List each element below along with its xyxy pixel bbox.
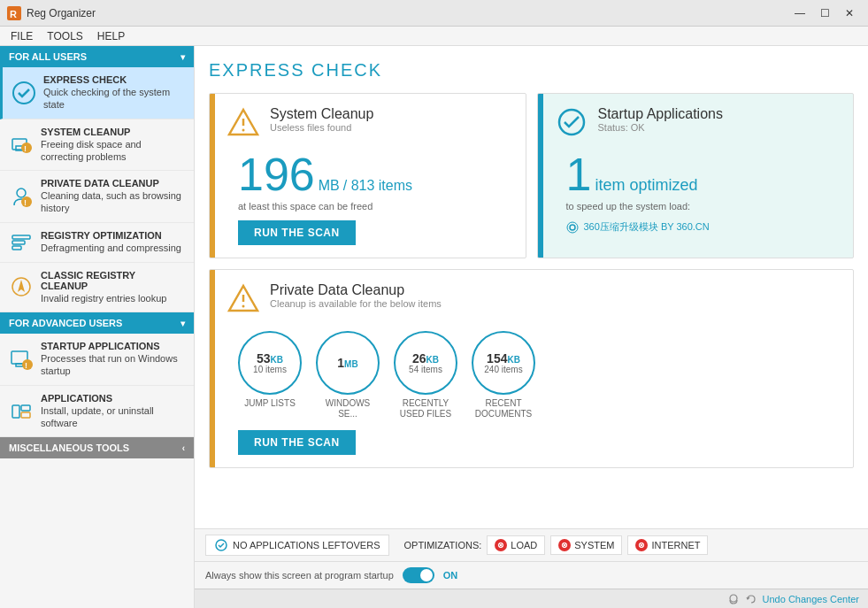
sidebar-section-for-advanced-users[interactable]: FOR ADVANCED USERS ▾ xyxy=(0,312,194,334)
sidebar-item-startup[interactable]: ! STARTUP APPLICATIONS Processes that ru… xyxy=(0,334,194,386)
sidebar-item-registry-opt-text: REGISTRY OPTIMIZATION Defragmenting and … xyxy=(41,230,181,254)
card1-title-block: System Cleanup Useless files found xyxy=(270,106,373,133)
card1-subtitle: Useless files found xyxy=(270,122,373,133)
startup-link-text: 360压缩升级模块 BY 360.CN xyxy=(584,220,710,234)
sidebar-item-express-check-text: EXPRESS CHECK Quick checking of the syst… xyxy=(43,74,185,112)
card1-title: System Cleanup xyxy=(270,106,373,122)
card1-stat-detail: / 813 items xyxy=(343,178,412,194)
card1-stat-number: 196 xyxy=(238,151,315,197)
card2-desc: to speed up the system load: xyxy=(566,201,841,212)
opt-load-label: LOAD xyxy=(511,540,537,550)
content-area: EXPRESS CHECK xyxy=(195,46,868,528)
system-opt-icon: ⊗ xyxy=(558,539,571,551)
misc-label: MISCELLANEOUS TOOLS xyxy=(9,443,129,453)
circle-4-items: 240 items xyxy=(484,365,522,374)
card2-header: Startup Applications Status: OK xyxy=(550,106,841,144)
card3-header: Private Data Cleanup Cleanup is availabl… xyxy=(222,282,841,320)
sidebar-item-registry-opt[interactable]: REGISTRY OPTIMIZATION Defragmenting and … xyxy=(0,223,194,263)
card3-scan-button[interactable]: RUN THE SCAN xyxy=(238,430,356,455)
svg-text:!: ! xyxy=(24,198,27,207)
card3-accent xyxy=(210,270,215,467)
card3-title: Private Data Cleanup xyxy=(270,282,442,298)
circle-1-items: 10 items xyxy=(253,365,287,374)
warning-triangle-icon xyxy=(227,106,259,144)
minimize-button[interactable]: — xyxy=(788,4,811,22)
startup-app-link[interactable]: 360压缩升级模块 BY 360.CN xyxy=(566,220,841,234)
applications-icon xyxy=(9,398,34,423)
registry-opt-icon xyxy=(9,230,34,255)
card1-scan-button[interactable]: RUN THE SCAN xyxy=(238,220,356,245)
menu-tools[interactable]: TOOLS xyxy=(40,27,89,45)
circles-row: 53KB 10 items JUMP LISTS 1MB WINDOWS SE.… xyxy=(238,331,825,419)
maximize-button[interactable]: ☐ xyxy=(813,4,836,22)
opt-load-button[interactable]: ⊗ LOAD xyxy=(487,535,545,555)
card2-stat-number: 1 xyxy=(566,151,592,197)
svg-point-24 xyxy=(242,129,245,132)
sidebar-item-express-check[interactable]: EXPRESS CHECK Quick checking of the syst… xyxy=(0,67,194,119)
circle-3: 26KB 54 items xyxy=(394,331,457,395)
sidebar-item-classic-reg[interactable]: CLASSIC REGISTRY CLEANUP Invalid registr… xyxy=(0,263,194,312)
svg-point-2 xyxy=(13,82,35,104)
private-data-icon: ! xyxy=(9,184,34,209)
close-button[interactable]: ✕ xyxy=(838,4,861,22)
circle-jump-lists: 53KB 10 items JUMP LISTS xyxy=(238,331,302,419)
sidebar-item-classic-reg-text: CLASSIC REGISTRY CLEANUP Invalid registr… xyxy=(41,270,185,304)
window-title: Reg Organizer xyxy=(27,7,788,19)
express-check-icon xyxy=(12,81,36,105)
sidebar: FOR ALL USERS ▾ EXPRESS CHECK Quick chec… xyxy=(0,46,195,608)
svg-point-25 xyxy=(559,110,584,135)
no-leftovers-text: NO APPLICATIONS LEFTOVERS xyxy=(233,540,380,550)
circle-3-value: 26KB xyxy=(412,352,439,365)
toggle-state-label: ON xyxy=(443,570,458,581)
window-controls: — ☐ ✕ xyxy=(788,4,861,22)
check-icon xyxy=(215,539,227,551)
sidebar-item-system-cleanup-text: SYSTEM CLEANUP Freeing disk space and co… xyxy=(41,127,185,164)
card3-title-block: Private Data Cleanup Cleanup is availabl… xyxy=(270,282,442,309)
system-cleanup-icon: ! xyxy=(9,132,34,157)
optimizations-section: OPTIMIZATIONS: ⊗ LOAD ⊗ SYSTEM ⊗ INTERNE… xyxy=(403,535,708,555)
chevron-left-icon: ‹ xyxy=(182,443,185,453)
card1-stat-unit: MB xyxy=(319,178,340,194)
svg-rect-20 xyxy=(21,405,30,411)
menu-help[interactable]: HELP xyxy=(90,27,132,45)
sidebar-section-misc[interactable]: MISCELLANEOUS TOOLS ‹ xyxy=(0,437,194,458)
sidebar-item-system-cleanup[interactable]: ! SYSTEM CLEANUP Freeing disk space and … xyxy=(0,119,194,172)
internet-opt-icon: ⊗ xyxy=(635,539,648,551)
opt-system-label: SYSTEM xyxy=(574,540,614,550)
gear-icon xyxy=(566,221,579,234)
startup-icon: ! xyxy=(9,347,34,372)
sidebar-item-startup-text: STARTUP APPLICATIONS Processes that run … xyxy=(41,341,185,378)
opt-system-button[interactable]: ⊗ SYSTEM xyxy=(550,535,622,555)
sidebar-section-for-all-users[interactable]: FOR ALL USERS ▾ xyxy=(0,46,194,67)
circle-1: 53KB 10 items xyxy=(238,331,302,395)
optimizations-label: OPTIMIZATIONS: xyxy=(403,540,481,550)
svg-rect-10 xyxy=(12,235,30,239)
circle-4-value: 154KB xyxy=(487,352,520,365)
bottom-bar: NO APPLICATIONS LEFTOVERS OPTIMIZATIONS:… xyxy=(195,528,868,561)
circle-1-value: 53KB xyxy=(257,352,283,365)
sidebar-item-applications[interactable]: APPLICATIONS Install, update, or uninsta… xyxy=(0,386,194,438)
svg-point-27 xyxy=(567,222,578,233)
opt-internet-label: INTERNET xyxy=(651,540,700,550)
system-cleanup-card: System Cleanup Useless files found 196 M… xyxy=(209,93,526,258)
no-leftovers-badge: NO APPLICATIONS LEFTOVERS xyxy=(205,535,389,556)
startup-toggle-label: Always show this screen at program start… xyxy=(205,566,394,584)
circle-2: 1MB xyxy=(316,331,380,395)
circle-4-label: RECENT DOCUMENTS xyxy=(472,398,535,419)
startup-toggle-row: Always show this screen at program start… xyxy=(195,561,868,589)
card1-header: System Cleanup Useless files found xyxy=(222,106,513,144)
sidebar-section-advanced-label: FOR ADVANCED USERS xyxy=(9,318,122,328)
startup-toggle[interactable] xyxy=(403,567,434,583)
circle-recently-used: 26KB 54 items RECENTLY USED FILES xyxy=(394,331,457,419)
menu-file[interactable]: FILE xyxy=(4,27,40,45)
svg-point-30 xyxy=(242,305,245,308)
load-opt-icon: ⊗ xyxy=(495,539,507,551)
undo-icon xyxy=(745,593,757,605)
card2-stat: 1 item optimized xyxy=(566,151,841,197)
svg-rect-16 xyxy=(16,364,23,366)
svg-rect-12 xyxy=(12,246,21,250)
undo-changes-label[interactable]: Undo Changes Center xyxy=(763,594,859,604)
svg-point-5 xyxy=(21,142,32,153)
opt-internet-button[interactable]: ⊗ INTERNET xyxy=(627,535,708,555)
sidebar-item-private-data[interactable]: ! PRIVATE DATA CLEANUP Cleaning data, su… xyxy=(0,171,194,223)
